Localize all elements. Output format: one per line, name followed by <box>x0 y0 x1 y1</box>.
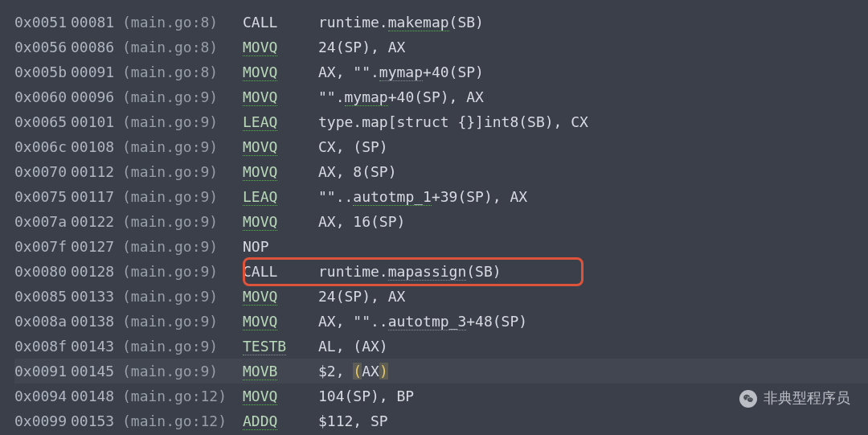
asm-row: 0x008f00143(main.go:9)TESTBAL, (AX) <box>14 334 868 359</box>
operands: CX, (SP) <box>318 138 388 155</box>
mnemonic: MOVQ <box>243 388 277 405</box>
operand-text: CX, (SP) <box>318 138 388 155</box>
dec-address: 00086 <box>71 35 122 60</box>
operands: AX, 16(SP) <box>318 213 405 230</box>
mnemonic: MOVQ <box>243 213 277 231</box>
mnemonic: LEAQ <box>243 113 277 131</box>
asm-row: 0x006500101(main.go:9)LEAQtype.map[struc… <box>14 109 868 134</box>
wechat-icon <box>739 390 757 408</box>
source-location: (main.go:9) <box>122 109 243 134</box>
hex-address: 0x008a <box>14 309 71 334</box>
hex-address: 0x0075 <box>14 184 71 209</box>
mnemonic: MOVQ <box>243 39 277 56</box>
cursor-paren: ) <box>379 363 388 380</box>
dec-address: 00128 <box>71 259 122 284</box>
asm-row: 0x009100145(main.go:9)MOVB$2, (AX) <box>14 359 868 384</box>
operand-text: AX, "". <box>318 64 379 80</box>
source-location: (main.go:8) <box>122 60 243 84</box>
operand-text: type.map[struct {}]int8(SB), CX <box>318 113 588 130</box>
hex-address: 0x007f <box>14 234 71 259</box>
mnemonic-col: MOVQ <box>243 84 318 109</box>
asm-row: 0x008000128(main.go:9)CALLruntime.mapass… <box>14 259 868 284</box>
dec-address: 00122 <box>71 209 122 234</box>
source-location: (main.go:8) <box>122 10 243 35</box>
source-location: (main.go:8) <box>122 35 243 60</box>
operand-text: (SB) <box>449 14 484 31</box>
operand-text: AX, "".. <box>318 313 388 330</box>
mnemonic: TESTB <box>243 338 286 355</box>
symbol-ref: autotmp_1 <box>353 188 432 206</box>
operand-text: AX <box>362 363 379 380</box>
mnemonic-col: NOP <box>243 234 318 259</box>
dec-address: 00143 <box>71 334 122 359</box>
mnemonic-col: ADDQ <box>243 408 318 433</box>
source-location: (main.go:9) <box>122 134 243 159</box>
hex-address: 0x0051 <box>14 10 71 35</box>
mnemonic-col: LEAQ <box>243 109 318 134</box>
source-location: (main.go:9) <box>122 84 243 109</box>
mnemonic: LEAQ <box>243 188 277 206</box>
source-location: (main.go:9) <box>122 309 243 334</box>
dec-address: 00127 <box>71 234 122 259</box>
mnemonic-col: CALL <box>243 10 318 35</box>
mnemonic: MOVQ <box>243 163 277 181</box>
operand-text: +40(SP), AX <box>388 88 484 105</box>
source-location: (main.go:9) <box>122 259 243 284</box>
watermark-text: 非典型程序员 <box>764 386 850 411</box>
asm-row: 0x007000112(main.go:9)MOVQAX, 8(SP) <box>14 159 868 184</box>
watermark: 非典型程序员 <box>739 386 850 411</box>
mnemonic-col: MOVB <box>243 359 318 384</box>
mnemonic: CALL <box>243 263 277 280</box>
operands: runtime.makemap(SB) <box>318 14 484 31</box>
asm-row: 0x006000096(main.go:9)MOVQ"".mymap+40(SP… <box>14 84 868 109</box>
operand-text: 24(SP), AX <box>318 39 405 55</box>
hex-address: 0x006c <box>14 134 71 159</box>
operand-text: +39(SP), AX <box>432 188 527 205</box>
asm-row: 0x005100081(main.go:8)CALLruntime.makema… <box>14 10 868 35</box>
operand-text: runtime. <box>318 14 388 31</box>
operand-text: +48(SP) <box>466 313 527 330</box>
hex-address: 0x005b <box>14 60 71 84</box>
mnemonic-col: MOVQ <box>243 60 318 84</box>
operand-text: AX, 8(SP) <box>318 163 397 180</box>
mnemonic-col: MOVQ <box>243 309 318 334</box>
operands: 24(SP), AX <box>318 288 405 305</box>
mnemonic: ADDQ <box>243 412 277 430</box>
assembly-rows: 0x005100081(main.go:8)CALLruntime.makema… <box>0 10 868 433</box>
operand-text: AX, 16(SP) <box>318 213 405 230</box>
mnemonic: MOVQ <box>243 64 277 81</box>
asm-row: 0x007f00127(main.go:9)NOP <box>14 234 868 259</box>
dec-address: 00117 <box>71 184 122 209</box>
assembly-listing: 0x005100081(main.go:8)PCDATA$1, $0 <box>0 0 868 10</box>
hex-address: 0x0094 <box>14 384 71 408</box>
asm-row: 0x008500133(main.go:9)MOVQ24(SP), AX <box>14 284 868 309</box>
asm-row: 0x006c00108(main.go:9)MOVQCX, (SP) <box>14 134 868 159</box>
operand-text: AL, (AX) <box>318 338 388 355</box>
dec-address: 00112 <box>71 159 122 184</box>
operand-text: 24(SP), AX <box>318 288 405 305</box>
hex-address: 0x0070 <box>14 159 71 184</box>
hex-address: 0x007a <box>14 209 71 234</box>
asm-row: 0x005600086(main.go:8)MOVQ24(SP), AX <box>14 35 868 60</box>
symbol-ref: mapassign <box>388 263 467 281</box>
operands: 104(SP), BP <box>318 388 414 404</box>
asm-row: 0x005b00091(main.go:8)MOVQAX, "".mymap+4… <box>14 60 868 84</box>
operand-text: "".. <box>318 188 353 205</box>
operands: AL, (AX) <box>318 338 388 355</box>
dec-address: 00081 <box>71 10 122 35</box>
symbol-ref: autotmp_3 <box>388 313 467 330</box>
operand-text: (SB) <box>466 263 501 280</box>
mnemonic-col: MOVQ <box>243 35 318 60</box>
dec-address: 00145 <box>71 359 122 384</box>
hex-address: 0x0080 <box>14 259 71 284</box>
source-location: (main.go:12) <box>122 384 243 408</box>
asm-row: 0x009900153(main.go:12)ADDQ$112, SP <box>14 408 868 433</box>
source-location: (main.go:9) <box>122 234 243 259</box>
operand-text: $112, SP <box>318 412 388 429</box>
mnemonic: NOP <box>243 238 269 255</box>
operands: "".mymap+40(SP), AX <box>318 88 484 106</box>
operands: runtime.mapassign(SB) <box>318 263 502 281</box>
mnemonic-col: MOVQ <box>243 384 318 408</box>
mnemonic-col: LEAQ <box>243 184 318 209</box>
mnemonic: MOVQ <box>243 313 277 330</box>
